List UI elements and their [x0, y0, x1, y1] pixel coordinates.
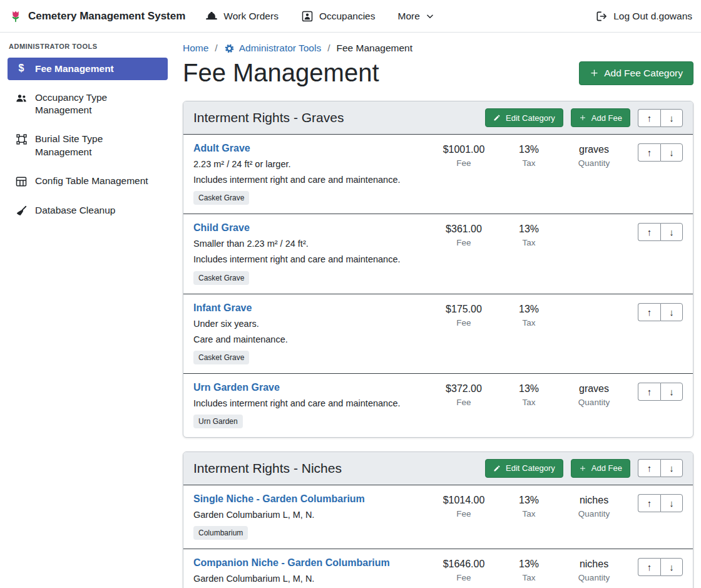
fee-category-card-graves: Interment Rights - Graves Edit Category …	[183, 101, 693, 438]
edit-category-button[interactable]: Edit Category	[485, 108, 563, 127]
quantity-value: niches	[559, 559, 629, 570]
logout-button[interactable]: Log Out d.gowans	[595, 10, 692, 23]
fee-move-up-button[interactable]: ↑	[638, 143, 660, 162]
category-reorder-controls: ↑ ↓	[638, 459, 683, 477]
nav-more[interactable]: More	[398, 11, 434, 22]
fee-name-link[interactable]: Infant Grave	[193, 302, 252, 314]
broom-icon	[15, 204, 28, 217]
edit-category-button[interactable]: Edit Category	[485, 459, 563, 478]
tax-column: 13% Tax	[499, 557, 559, 582]
fee-amount-column: $372.00 Fee	[429, 382, 499, 407]
fee-row: Single Niche - Garden Columbarium Garden…	[183, 485, 693, 549]
fee-row: Child Grave Smaller than 2.23 m² / 24 ft…	[183, 214, 693, 293]
nav-occupancies[interactable]: Occupancies	[301, 10, 376, 23]
fee-reorder-controls: ↑ ↓	[638, 143, 683, 162]
fee-move-up-button[interactable]: ↑	[638, 494, 660, 512]
tax-column: 13% Tax	[499, 382, 559, 407]
fee-reorder-controls: ↑ ↓	[638, 494, 683, 512]
fee-type-badge: Columbarium	[193, 526, 248, 540]
fee-move-up-button[interactable]: ↑	[638, 303, 660, 321]
fee-row: Companion Niche - Garden Columbarium Gar…	[183, 549, 693, 588]
tax-label: Tax	[499, 238, 559, 247]
fee-move-down-button[interactable]: ↓	[660, 143, 683, 162]
add-fee-label: Add Fee	[591, 113, 622, 123]
tax-value: 13%	[499, 304, 559, 315]
quantity-value: graves	[559, 144, 629, 155]
sidebar-item-label: Fee Management	[35, 63, 114, 75]
fee-name-link[interactable]: Urn Garden Grave	[193, 382, 280, 393]
fee-amount-label: Fee	[429, 238, 499, 247]
chevron-down-icon	[426, 12, 434, 21]
people-icon	[15, 91, 28, 105]
sidebar-item-fee-management[interactable]: $ Fee Management	[8, 58, 168, 80]
sidebar-item-label: Config Table Management	[35, 175, 148, 187]
category-move-up-button[interactable]: ↑	[638, 109, 660, 127]
breadcrumb: Home / Administrator Tools / Fee Managem…	[183, 43, 693, 54]
category-header: Interment Rights - Niches Edit Category …	[183, 452, 693, 485]
fee-description: Includes interment right and care and ma…	[193, 254, 424, 265]
admin-tools-sidebar: Administrator Tools $ Fee Management Occ…	[0, 33, 175, 229]
logout-icon	[595, 10, 608, 23]
quantity-label: Quantity	[559, 509, 629, 518]
quantity-value: niches	[559, 495, 629, 506]
add-fee-button[interactable]: Add Fee	[571, 108, 630, 127]
fee-amount: $361.00	[429, 224, 499, 235]
nav-work-orders[interactable]: Work Orders	[205, 10, 279, 23]
sidebar-item-burial-site-type-management[interactable]: Burial Site Type Management	[8, 128, 168, 163]
tax-value: 13%	[499, 224, 559, 235]
fee-amount: $1646.00	[429, 559, 499, 570]
category-move-down-button[interactable]: ↓	[660, 459, 683, 477]
fee-move-down-button[interactable]: ↓	[660, 303, 683, 321]
sidebar-item-config-table-management[interactable]: Config Table Management	[8, 170, 168, 193]
quantity-column: niches Quantity	[559, 557, 629, 582]
tax-column: 13% Tax	[499, 222, 559, 247]
tax-value: 13%	[499, 495, 559, 506]
fee-name-link[interactable]: Adult Grave	[193, 143, 250, 154]
breadcrumb-current: Fee Management	[337, 43, 413, 54]
fee-name-link[interactable]: Single Niche - Garden Columbarium	[193, 493, 365, 505]
breadcrumb-admin-tools-link[interactable]: Administrator Tools	[224, 43, 322, 54]
fee-reorder-controls: ↑ ↓	[638, 223, 683, 241]
add-fee-category-button[interactable]: Add Fee Category	[579, 61, 693, 85]
edit-category-label: Edit Category	[506, 463, 555, 473]
tax-column: 13% Tax	[499, 143, 559, 168]
fee-reorder-controls: ↑ ↓	[638, 303, 683, 321]
fee-amount-column: $175.00 Fee	[429, 302, 499, 328]
fee-type-badge: Casket Grave	[193, 191, 249, 205]
fee-name-link[interactable]: Companion Niche - Garden Columbarium	[193, 557, 390, 569]
category-header: Interment Rights - Graves Edit Category …	[183, 101, 693, 134]
add-fee-button[interactable]: Add Fee	[571, 459, 630, 478]
fee-move-down-button[interactable]: ↓	[660, 223, 683, 241]
fee-move-down-button[interactable]: ↓	[660, 383, 683, 401]
category-move-down-button[interactable]: ↓	[660, 109, 683, 127]
nav-label: Occupancies	[319, 11, 376, 22]
sidebar-item-database-cleanup[interactable]: Database Cleanup	[8, 199, 168, 222]
fee-amount: $1001.00	[429, 144, 499, 155]
app-title: Cemetery Management System	[28, 10, 185, 23]
breadcrumb-separator: /	[327, 43, 330, 54]
category-reorder-controls: ↑ ↓	[638, 109, 683, 127]
fee-move-down-button[interactable]: ↓	[660, 558, 683, 576]
category-move-up-button[interactable]: ↑	[638, 459, 660, 477]
quantity-label: Quantity	[559, 398, 629, 407]
fee-move-up-button[interactable]: ↑	[638, 223, 660, 241]
fee-move-up-button[interactable]: ↑	[638, 558, 660, 576]
fee-description: Includes interment right and care and ma…	[193, 174, 424, 185]
fee-name-link[interactable]: Child Grave	[193, 222, 250, 234]
fee-amount-column: $1001.00 Fee	[429, 143, 499, 168]
app-brand[interactable]: Cemetery Management System	[9, 9, 185, 23]
quantity-label: Quantity	[559, 573, 629, 582]
add-fee-category-label: Add Fee Category	[604, 68, 683, 79]
table-icon	[15, 175, 28, 188]
breadcrumb-separator: /	[215, 43, 217, 54]
fee-amount-column: $1014.00 Fee	[429, 493, 499, 518]
fee-description: Garden Columbarium L, M, N.	[193, 509, 424, 520]
sidebar-item-label: Database Cleanup	[35, 204, 115, 217]
fee-move-up-button[interactable]: ↑	[638, 383, 660, 401]
fee-move-down-button[interactable]: ↓	[660, 494, 683, 512]
sidebar-item-occupancy-type-management[interactable]: Occupancy Type Management	[8, 86, 168, 121]
fee-type-badge: Casket Grave	[193, 271, 249, 285]
breadcrumb-home-link[interactable]: Home	[183, 43, 208, 54]
vector-square-icon	[15, 133, 28, 145]
fee-amount-label: Fee	[429, 158, 499, 168]
